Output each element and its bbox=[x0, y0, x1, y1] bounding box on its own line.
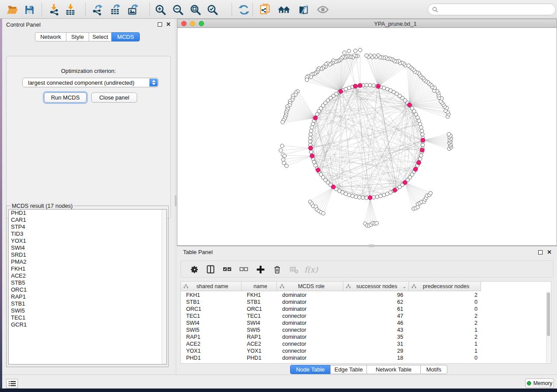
table-row[interactable]: TEC1TEC1connector472 bbox=[181, 313, 551, 320]
table-cell[interactable]: SWI5 bbox=[242, 327, 277, 334]
close-panel-icon[interactable]: ✕ bbox=[547, 250, 552, 254]
table-cell[interactable]: 43 bbox=[343, 327, 409, 334]
table-cell[interactable]: 2 bbox=[409, 320, 481, 327]
table-cell[interactable]: 31 bbox=[343, 340, 409, 347]
mcds-result-item[interactable]: FKH1 bbox=[9, 265, 166, 272]
import-network-icon[interactable] bbox=[48, 3, 61, 16]
table-cell[interactable]: ORC1 bbox=[181, 306, 242, 313]
table-scrollbar-thumb[interactable] bbox=[547, 292, 550, 336]
table-cell[interactable]: 2 bbox=[409, 313, 481, 320]
mcds-result-item[interactable]: RAP1 bbox=[9, 293, 166, 300]
close-panel-button[interactable]: Close panel bbox=[91, 93, 137, 103]
criterion-dropdown[interactable]: largest connected component (undirected) bbox=[22, 78, 159, 87]
column-header-MCDS-role[interactable]: MCDS role bbox=[277, 282, 343, 291]
float-panel-icon[interactable] bbox=[538, 250, 543, 254]
tab-style[interactable]: Style bbox=[66, 32, 89, 41]
refresh-icon[interactable] bbox=[237, 3, 250, 16]
table-cell[interactable]: ACE2 bbox=[242, 340, 277, 347]
table-row[interactable]: YOX1YOX1connector291 bbox=[181, 347, 551, 354]
mcds-result-item[interactable]: SRD1 bbox=[9, 251, 166, 258]
table-row[interactable]: SWI5SWI5connector431 bbox=[181, 327, 551, 334]
table-cell[interactable]: TEC1 bbox=[181, 313, 242, 320]
table-cell[interactable]: connector bbox=[277, 347, 343, 354]
table-cell[interactable]: RAP1 bbox=[242, 334, 277, 340]
table-cell[interactable]: STB1 bbox=[181, 299, 242, 306]
table-cell[interactable]: connector bbox=[277, 340, 343, 347]
mcds-list-scrollbar[interactable] bbox=[162, 210, 166, 364]
table-row[interactable]: ACE2ACE2connector311 bbox=[181, 340, 551, 347]
mcds-result-list[interactable]: PHD1CAR1STP4TID3YOX1SWI4SRD1PMA2FKH1ACE2… bbox=[8, 209, 167, 364]
add-column-icon[interactable] bbox=[253, 262, 267, 276]
mcds-result-item[interactable]: TEC1 bbox=[9, 314, 166, 321]
tab-mcds[interactable]: MCDS bbox=[111, 32, 140, 41]
table-scrollbar[interactable] bbox=[546, 292, 550, 363]
table-cell[interactable]: SWI4 bbox=[181, 320, 242, 327]
column-header-shared-name[interactable]: shared name bbox=[181, 282, 242, 291]
mcds-result-item[interactable]: PHD1 bbox=[9, 210, 166, 217]
column-chooser-icon[interactable] bbox=[204, 262, 218, 276]
table-cell[interactable]: 1 bbox=[409, 340, 481, 347]
network-canvas[interactable] bbox=[177, 28, 557, 245]
table-settings-gear-icon[interactable] bbox=[187, 262, 201, 276]
column-header-name[interactable]: name bbox=[242, 282, 277, 291]
divider-grip[interactable] bbox=[175, 195, 176, 206]
show-eye-icon[interactable] bbox=[316, 3, 329, 16]
tab-network-table[interactable]: Network Table bbox=[367, 365, 421, 374]
export-network-icon[interactable] bbox=[91, 3, 104, 16]
column-header-predecessor-nodes[interactable]: predecessor nodes bbox=[409, 282, 481, 291]
table-cell[interactable]: 0 bbox=[409, 306, 481, 313]
table-cell[interactable]: PHD1 bbox=[181, 354, 242, 361]
divider-grip[interactable] bbox=[368, 244, 374, 247]
table-cell[interactable]: 0 bbox=[409, 299, 481, 306]
select-all-icon[interactable] bbox=[220, 262, 234, 276]
zoom-out-icon[interactable] bbox=[171, 3, 184, 16]
search-input[interactable] bbox=[440, 6, 555, 13]
table-cell[interactable]: RAP1 bbox=[181, 334, 242, 340]
zoom-fit-icon[interactable] bbox=[189, 3, 202, 16]
column-header-successor-nodes[interactable]: successor nodes⌄ bbox=[343, 282, 409, 291]
table-cell[interactable]: 1 bbox=[409, 347, 481, 354]
close-panel-icon[interactable]: ✕ bbox=[166, 22, 171, 27]
table-cell[interactable]: FKH1 bbox=[242, 292, 277, 299]
table-row[interactable]: RAP1RAP1dominator352 bbox=[181, 334, 551, 340]
table-row[interactable]: PHD1PHD1dominator180 bbox=[181, 354, 551, 361]
table-cell[interactable]: PHD1 bbox=[242, 354, 277, 361]
table-cell[interactable]: ACE2 bbox=[181, 340, 242, 347]
memory-button[interactable]: Memory bbox=[525, 378, 554, 388]
table-cell[interactable]: 96 bbox=[343, 292, 409, 299]
table-cell[interactable]: 18 bbox=[343, 354, 409, 361]
search-field[interactable] bbox=[428, 3, 556, 15]
run-mcds-button[interactable]: Run MCDS bbox=[44, 93, 86, 103]
table-cell[interactable]: dominator bbox=[277, 334, 343, 340]
delete-column-trash-icon[interactable] bbox=[270, 262, 284, 276]
network-window-titlebar[interactable]: YPA_prune.txt_1 bbox=[177, 19, 557, 28]
table-cell[interactable]: dominator bbox=[277, 320, 343, 327]
zoom-in-icon[interactable] bbox=[154, 3, 167, 16]
mcds-result-item[interactable]: STB5 bbox=[9, 279, 166, 286]
export-table-icon[interactable] bbox=[109, 3, 122, 16]
mcds-result-item[interactable]: ORC1 bbox=[9, 286, 166, 293]
table-cell[interactable]: SWI5 bbox=[181, 327, 242, 334]
export-image-icon[interactable] bbox=[127, 3, 140, 16]
table-cell[interactable]: YOX1 bbox=[181, 347, 242, 354]
table-cell[interactable]: 35 bbox=[343, 334, 409, 340]
table-cell[interactable]: 2 bbox=[409, 292, 481, 299]
hide-panel-icon[interactable] bbox=[297, 3, 310, 16]
mcds-result-item[interactable]: SWI4 bbox=[9, 244, 166, 251]
table-row[interactable]: SWI4SWI4dominator462 bbox=[181, 320, 551, 327]
task-history-button[interactable] bbox=[6, 379, 18, 389]
mcds-result-item[interactable]: CAR1 bbox=[9, 217, 166, 224]
share-document-icon[interactable] bbox=[259, 3, 272, 16]
table-cell[interactable]: 0 bbox=[409, 354, 481, 361]
save-icon[interactable] bbox=[23, 3, 36, 16]
import-table-icon[interactable] bbox=[64, 3, 77, 16]
open-folder-icon[interactable] bbox=[6, 3, 19, 16]
mcds-result-item[interactable]: SWI5 bbox=[9, 307, 166, 314]
table-row[interactable]: ORC1ORC1dominator610 bbox=[181, 306, 551, 313]
mcds-result-item[interactable]: TID3 bbox=[9, 230, 166, 237]
node-table[interactable]: shared namenameMCDS rolesuccessor nodes⌄… bbox=[180, 281, 551, 364]
table-cell[interactable]: 2 bbox=[409, 334, 481, 340]
table-row[interactable]: STB1STB1dominator620 bbox=[181, 299, 551, 306]
mcds-result-item[interactable]: YOX1 bbox=[9, 237, 166, 244]
tab-edge-table[interactable]: Edge Table bbox=[330, 365, 367, 374]
